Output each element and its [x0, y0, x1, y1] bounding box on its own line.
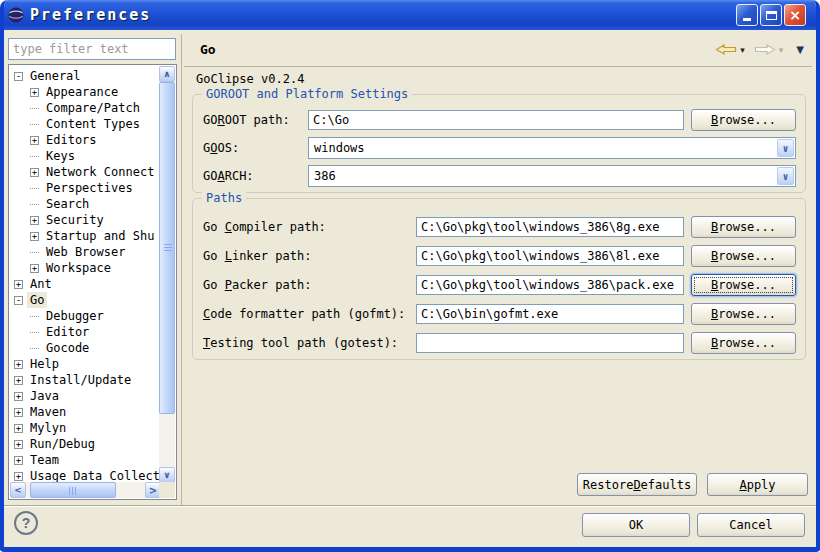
field-go-packer-path[interactable] [416, 275, 684, 295]
tree-item-label: Search [43, 196, 92, 212]
group-title: Paths [202, 191, 246, 205]
expand-icon[interactable]: + [14, 392, 23, 401]
expand-icon[interactable]: + [30, 216, 39, 225]
tree-item-editor[interactable]: Editor [10, 324, 160, 340]
maximize-button[interactable] [760, 4, 782, 26]
filter-input[interactable] [8, 38, 176, 60]
tree-item-general[interactable]: -General [10, 68, 160, 84]
tree-horizontal-scrollbar[interactable]: < > [10, 482, 161, 498]
tree-item-label: Mylyn [27, 420, 69, 436]
titlebar[interactable]: Preferences × [0, 0, 820, 30]
tree-connector [30, 332, 39, 333]
tree-item-usage-data-collect[interactable]: +Usage Data Collect [10, 468, 160, 483]
browse-button-go-packer-path[interactable]: Browse... [691, 274, 796, 296]
field-goroot-path[interactable] [308, 110, 684, 130]
tree-item-maven[interactable]: +Maven [10, 404, 160, 420]
tree-item-appearance[interactable]: +Appearance [10, 84, 160, 100]
expand-icon[interactable]: + [14, 456, 23, 465]
tree-item-label: Usage Data Collect [27, 468, 160, 483]
vertical-scroll-thumb[interactable] [159, 82, 175, 414]
browse-button-go-compiler-path[interactable]: Browse... [691, 216, 796, 238]
label-go-linker-path: Go Linker path: [203, 249, 416, 263]
paths-rows: Go Compiler path:Browse...Go Linker path… [193, 199, 805, 354]
combo-goos[interactable]: windows∨ [308, 137, 796, 159]
scroll-down-icon[interactable]: ∨ [159, 467, 175, 483]
tree-item-label: Content Types [43, 116, 143, 132]
scroll-up-icon[interactable]: ∧ [159, 66, 175, 82]
tree-item-compare-patch[interactable]: Compare/Patch [10, 100, 160, 116]
tree-item-install-update[interactable]: +Install/Update [10, 372, 160, 388]
tree-item-label: Editor [43, 324, 92, 340]
expand-icon[interactable]: + [14, 360, 23, 369]
tree-item-security[interactable]: +Security [10, 212, 160, 228]
minimize-button[interactable] [736, 4, 758, 26]
combo-value: 386 [314, 169, 336, 183]
tree-item-label: Debugger [43, 308, 107, 324]
ok-button[interactable]: OK [582, 513, 690, 537]
tree-item-help[interactable]: +Help [10, 356, 160, 372]
tree-item-run-debug[interactable]: +Run/Debug [10, 436, 160, 452]
browse-button-testing-tool-path-gotest[interactable]: Browse... [691, 332, 796, 354]
expand-icon[interactable]: + [14, 424, 23, 433]
field-go-compiler-path[interactable] [416, 217, 684, 237]
tree-item-content-types[interactable]: Content Types [10, 116, 160, 132]
tree-item-network-connect[interactable]: +Network Connect [10, 164, 160, 180]
expand-icon[interactable]: + [30, 264, 39, 273]
tree-connector [30, 252, 39, 253]
tree-item-java[interactable]: +Java [10, 388, 160, 404]
back-history-caret-icon[interactable]: ▾ [740, 45, 745, 55]
collapse-icon[interactable]: - [14, 72, 23, 81]
tree-item-mylyn[interactable]: +Mylyn [10, 420, 160, 436]
tree-vertical-scrollbar[interactable]: ∧ ∨ [159, 66, 175, 483]
form-row-go-compiler-path: Go Compiler path:Browse... [203, 216, 796, 238]
combo-goarch[interactable]: 386∨ [308, 165, 796, 187]
tree-item-keys[interactable]: Keys [10, 148, 160, 164]
form-row-goroot-path: GOROOT path:Browse... [203, 109, 796, 131]
browse-button-code-formatter-path-gofmt[interactable]: Browse... [691, 303, 796, 325]
cancel-button[interactable]: Cancel [697, 513, 805, 537]
view-menu-icon[interactable]: ▼ [796, 44, 804, 55]
tree-item-perspectives[interactable]: Perspectives [10, 180, 160, 196]
field-code-formatter-path-gofmt[interactable] [416, 304, 684, 324]
page-title: Go [200, 42, 216, 57]
expand-icon[interactable]: + [30, 136, 39, 145]
help-button[interactable]: ? [14, 511, 38, 535]
horizontal-scroll-thumb[interactable] [30, 482, 116, 498]
tree-item-label: General [27, 68, 84, 84]
tree-item-web-browser[interactable]: Web Browser [10, 244, 160, 260]
apply-button[interactable]: Apply [707, 473, 808, 496]
expand-icon[interactable]: + [30, 88, 39, 97]
forward-history-caret-icon[interactable]: ▾ [779, 45, 784, 55]
tree-item-gocode[interactable]: Gocode [10, 340, 160, 356]
tree-item-label: Workspace [43, 260, 114, 276]
tree-item-editors[interactable]: +Editors [10, 132, 160, 148]
tree-item-search[interactable]: Search [10, 196, 160, 212]
expand-icon[interactable]: + [14, 408, 23, 417]
field-testing-tool-path-gotest[interactable] [416, 333, 684, 353]
tree-item-workspace[interactable]: +Workspace [10, 260, 160, 276]
tree-item-go[interactable]: -Go [10, 292, 160, 308]
forward-icon[interactable] [754, 42, 776, 57]
window-title: Preferences [30, 6, 151, 24]
expand-icon[interactable]: + [14, 440, 23, 449]
close-button[interactable]: × [784, 4, 806, 26]
browse-button-go-linker-path[interactable]: Browse... [691, 245, 796, 267]
tree-item-team[interactable]: +Team [10, 452, 160, 468]
tree-item-debugger[interactable]: Debugger [10, 308, 160, 324]
back-icon[interactable] [715, 42, 737, 57]
collapse-icon[interactable]: - [14, 296, 23, 305]
expand-icon[interactable]: + [14, 376, 23, 385]
browse-button-goroot-path[interactable]: Browse... [691, 109, 796, 131]
chevron-down-icon[interactable]: ∨ [777, 139, 794, 157]
field-go-linker-path[interactable] [416, 246, 684, 266]
expand-icon[interactable]: + [14, 280, 23, 289]
expand-icon[interactable]: + [14, 472, 23, 481]
scroll-left-icon[interactable]: < [10, 482, 26, 498]
expand-icon[interactable]: + [30, 232, 39, 241]
restore-defaults-button[interactable]: Restore Defaults [577, 473, 697, 496]
tree-item-startup-and-shu[interactable]: +Startup and Shu [10, 228, 160, 244]
chevron-down-icon[interactable]: ∨ [777, 167, 794, 185]
expand-icon[interactable]: + [30, 168, 39, 177]
tree-item-ant[interactable]: +Ant [10, 276, 160, 292]
tree-item-label: Java [27, 388, 62, 404]
